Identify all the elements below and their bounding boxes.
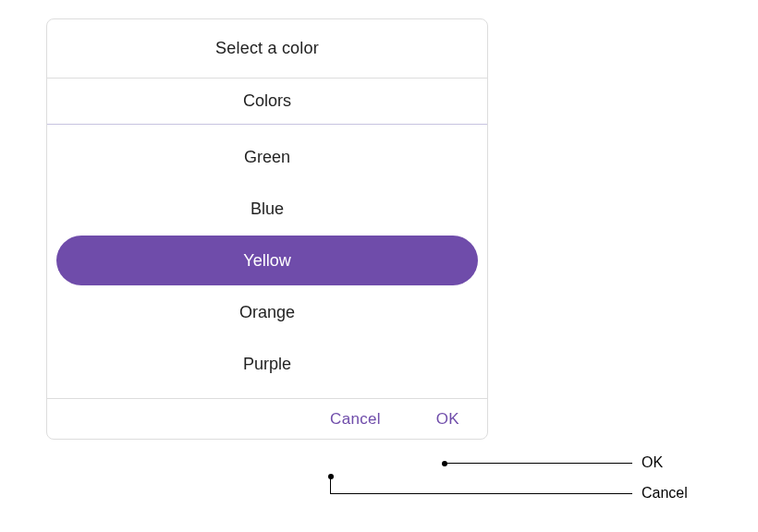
- annotation-cancel-dot: [328, 474, 334, 479]
- option-purple[interactable]: Purple: [56, 339, 478, 389]
- dialog-subtitle: Colors: [47, 79, 487, 125]
- annotation-ok-dot: [442, 461, 447, 466]
- annotation-cancel-label: Cancel: [642, 485, 688, 502]
- annotation-cancel-hline: [330, 493, 632, 494]
- option-green[interactable]: Green: [56, 132, 478, 182]
- cancel-button[interactable]: Cancel: [324, 406, 386, 432]
- annotation-cancel-vline: [330, 477, 331, 493]
- options-list: Green Blue Yellow Orange Purple: [47, 125, 487, 398]
- option-orange[interactable]: Orange: [56, 287, 478, 337]
- dialog-actions: Cancel OK: [47, 398, 487, 439]
- ok-button[interactable]: OK: [431, 406, 465, 432]
- option-blue[interactable]: Blue: [56, 184, 478, 234]
- annotation-ok-label: OK: [642, 454, 663, 471]
- annotation-ok-line: [447, 463, 632, 464]
- color-picker-dialog: Select a color Colors Green Blue Yellow …: [46, 18, 488, 440]
- dialog-title: Select a color: [47, 19, 487, 79]
- option-yellow[interactable]: Yellow: [56, 236, 478, 285]
